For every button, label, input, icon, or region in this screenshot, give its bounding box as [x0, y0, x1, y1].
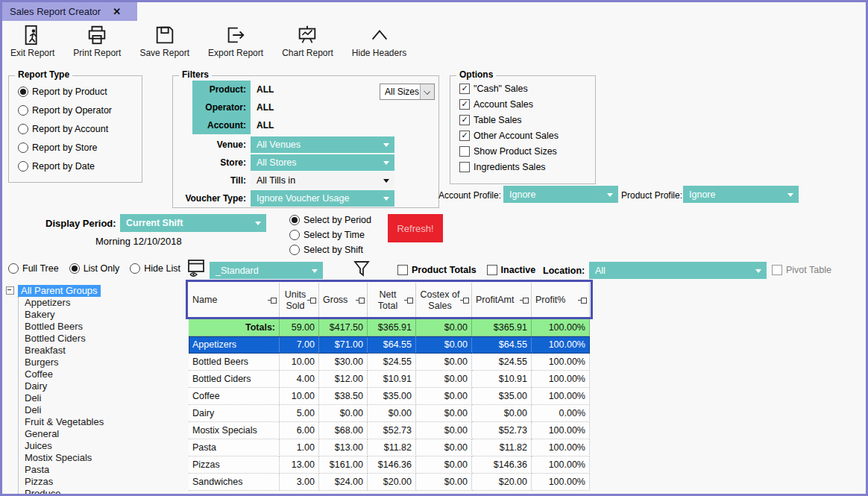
- tree-item-produce[interactable]: Produce: [19, 488, 186, 494]
- grid-row-dairy[interactable]: Dairy5.00$0.00$0.00$0.00$0.000.00%: [189, 405, 590, 422]
- checkbox-icon[interactable]: [772, 265, 782, 275]
- tree-collapse-icon[interactable]: [6, 286, 14, 295]
- radio-select-by-time[interactable]: Select by Time: [289, 230, 371, 240]
- radio-full-tree[interactable]: Full Tree: [8, 263, 59, 274]
- radio-select-by-shift[interactable]: Select by Shift: [289, 245, 371, 255]
- tree-item-dairy[interactable]: Dairy: [19, 380, 186, 392]
- grid-row-mostix-specials[interactable]: Mostix Specials6.00$68.00$52.73$0.00$52.…: [189, 422, 590, 439]
- radio-button-icon[interactable]: [289, 230, 300, 240]
- checkbox-table-sales[interactable]: Table Sales: [459, 115, 559, 125]
- radio-button-icon[interactable]: [18, 105, 28, 116]
- tree-item-appetizers[interactable]: Appetizers: [19, 297, 186, 309]
- checkbox-inactive[interactable]: Inactive: [487, 265, 536, 275]
- column-pin-icon[interactable]: [463, 298, 469, 304]
- column-pin-icon[interactable]: [359, 298, 365, 304]
- checkbox-icon[interactable]: [459, 99, 470, 110]
- radio-report-by-account[interactable]: Report by Account: [18, 124, 112, 134]
- filter-dropdown-vouchertype[interactable]: Ignore Voucher Usage: [251, 190, 394, 207]
- column-pin-icon[interactable]: [407, 298, 413, 304]
- checkbox-icon[interactable]: [397, 265, 408, 275]
- checkbox-product-totals[interactable]: Product Totals: [397, 265, 477, 275]
- tree-item-breakfast[interactable]: Breakfast: [19, 345, 186, 357]
- radio-list-only[interactable]: List Only: [69, 263, 120, 274]
- checkbox-icon[interactable]: [459, 115, 470, 125]
- column-pin-icon[interactable]: [310, 298, 316, 304]
- tree-item-bottled-ciders[interactable]: Bottled Ciders: [19, 333, 186, 345]
- tree-item-burgers[interactable]: Burgers: [19, 357, 186, 368]
- checkbox-icon[interactable]: [459, 131, 470, 141]
- tree-item-bottled-beers[interactable]: Bottled Beers: [19, 321, 186, 333]
- chevron-down-icon[interactable]: [420, 84, 434, 99]
- radio-hide-list[interactable]: Hide List: [130, 263, 180, 274]
- column-header-profitamt[interactable]: ProfitAmt: [472, 283, 532, 318]
- checkbox--cash-sales[interactable]: "Cash" Sales: [459, 84, 559, 94]
- product-profile-dropdown[interactable]: Ignore: [683, 186, 799, 203]
- tree-item-coffee[interactable]: Coffee: [19, 368, 186, 380]
- tree-item-bakery[interactable]: Bakery: [19, 309, 186, 321]
- grid-row-pasta[interactable]: Pasta1.00$13.00$11.82$0.00$11.82100.00%: [189, 439, 590, 456]
- grid-totals-row[interactable]: Totals:59.00$417.50$365.91$0.00$365.9110…: [189, 319, 590, 336]
- radio-button-icon[interactable]: [289, 245, 300, 255]
- grid-row-bottled-ciders[interactable]: Bottled Ciders4.00$12.00$10.91$0.00$10.9…: [189, 371, 590, 388]
- radio-report-by-date[interactable]: Report by Date: [18, 161, 112, 172]
- checkbox-icon[interactable]: [487, 265, 497, 275]
- column-chooser-icon[interactable]: [186, 258, 206, 281]
- column-header-profit%[interactable]: Profit%: [532, 283, 590, 318]
- toolbar-button-chart-report[interactable]: Chart Report: [278, 24, 337, 58]
- column-pin-icon[interactable]: [271, 298, 277, 304]
- tree-root-row[interactable]: All Parent Groups: [4, 284, 186, 297]
- radio-button-icon[interactable]: [18, 161, 28, 172]
- grid-row-coffee[interactable]: Coffee10.00$38.50$35.00$0.00$35.00100.00…: [189, 388, 590, 405]
- radio-button-icon[interactable]: [8, 263, 19, 274]
- tree-item-pasta[interactable]: Pasta: [19, 464, 186, 476]
- refresh-button[interactable]: Refresh!: [388, 214, 443, 242]
- account-profile-dropdown[interactable]: Ignore: [503, 186, 618, 203]
- radio-button-icon[interactable]: [69, 263, 80, 274]
- toolbar-button-exit-report[interactable]: Exit Report: [7, 24, 58, 58]
- radio-button-icon[interactable]: [18, 142, 28, 153]
- checkbox-show-product-sizes[interactable]: Show Product Sizes: [459, 146, 559, 157]
- tree-item-juices[interactable]: Juices: [19, 440, 186, 452]
- display-period-dropdown[interactable]: Current Shift: [120, 214, 266, 232]
- radio-report-by-product[interactable]: Report by Product: [18, 87, 112, 97]
- tree-item-general[interactable]: General: [19, 428, 186, 440]
- location-dropdown[interactable]: All: [589, 262, 767, 279]
- toolbar-button-save-report[interactable]: Save Report: [136, 24, 193, 58]
- tree-root-label[interactable]: All Parent Groups: [18, 285, 101, 297]
- column-pin-icon[interactable]: [581, 298, 587, 304]
- grid-row-sandwiches[interactable]: Sandwiches3.00$24.00$20.00$0.00$20.00100…: [189, 474, 590, 491]
- radio-button-icon[interactable]: [18, 87, 28, 97]
- tree-item-fruit-vegetables[interactable]: Fruit & Vegetables: [19, 416, 186, 428]
- close-icon[interactable]: ✕: [113, 6, 121, 17]
- view-layout-dropdown[interactable]: _Standard: [210, 262, 323, 279]
- checkbox-ingredients-sales[interactable]: Ingredients Sales: [459, 162, 559, 172]
- toolbar-button-export-report[interactable]: Export Report: [204, 24, 267, 58]
- filter-dropdown-store[interactable]: All Stores: [251, 154, 394, 171]
- radio-report-by-operator[interactable]: Report by Operator: [18, 105, 112, 116]
- tree-item-deli[interactable]: Deli: [19, 404, 186, 416]
- radio-button-icon[interactable]: [289, 215, 300, 225]
- tree-item-mostix-specials[interactable]: Mostix Specials: [19, 452, 186, 464]
- toolbar-button-hide-headers[interactable]: Hide Headers: [348, 24, 410, 58]
- column-header-costex-of-sales[interactable]: Costex of Sales: [416, 283, 472, 318]
- checkbox-pivot-table[interactable]: Pivot Table: [772, 265, 831, 275]
- window-title-tab[interactable]: Sales Report Creator ✕: [2, 2, 137, 21]
- checkbox-icon[interactable]: [459, 84, 470, 94]
- checkbox-icon[interactable]: [459, 146, 470, 157]
- column-pin-icon[interactable]: [523, 298, 529, 304]
- toolbar-button-print-report[interactable]: Print Report: [69, 24, 125, 58]
- checkbox-account-sales[interactable]: Account Sales: [459, 99, 559, 110]
- radio-report-by-store[interactable]: Report by Store: [18, 142, 112, 153]
- grid-row-bottled-beers[interactable]: Bottled Beers10.00$30.00$24.55$0.00$24.5…: [189, 354, 590, 371]
- checkbox-other-account-sales[interactable]: Other Account Sales: [459, 131, 559, 141]
- tree-item-pizzas[interactable]: Pizzas: [19, 476, 186, 488]
- filter-funnel-icon[interactable]: [353, 259, 371, 280]
- grid-row-pizzas[interactable]: Pizzas13.00$161.00$146.36$0.00$146.36100…: [189, 456, 590, 474]
- grid-row-appetizers[interactable]: Appetizers7.00$71.00$64.55$0.00$64.55100…: [189, 336, 590, 354]
- radio-button-icon[interactable]: [130, 263, 140, 274]
- radio-button-icon[interactable]: [18, 124, 28, 134]
- filter-dropdown-till[interactable]: All Tills in: [251, 172, 394, 189]
- column-header-units-sold[interactable]: Units Sold: [280, 283, 319, 318]
- column-header-gross[interactable]: Gross: [319, 283, 368, 318]
- checkbox-icon[interactable]: [459, 162, 470, 172]
